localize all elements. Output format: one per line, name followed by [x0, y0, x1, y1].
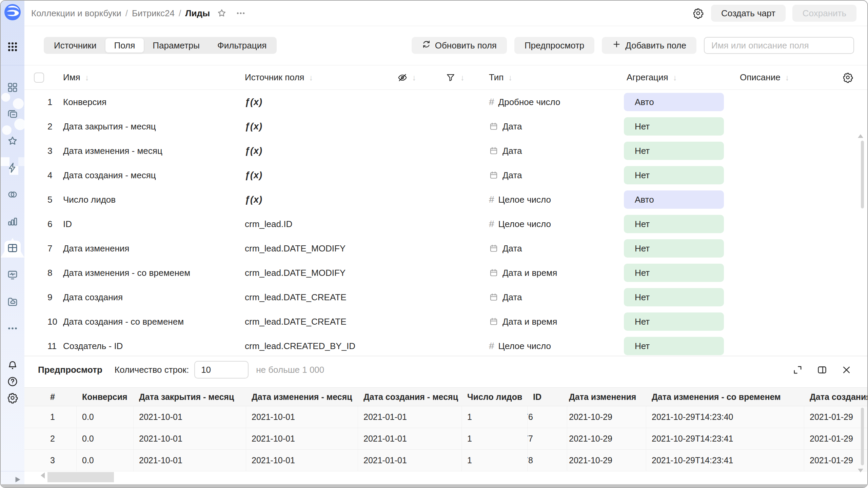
preview-toggle-button[interactable]: Предпросмотр	[514, 37, 594, 54]
preview-vertical-scrollbar[interactable]	[861, 408, 864, 465]
sidebar-item-connections[interactable]	[4, 160, 21, 177]
field-row[interactable]: 1 Конверсия Дробное число	[24, 90, 867, 114]
help-button[interactable]	[4, 375, 21, 390]
sidebar-item-more[interactable]	[4, 321, 21, 337]
row-number: 7	[46, 243, 63, 254]
tab-filtering[interactable]: Фильтрация	[209, 38, 275, 53]
preview-cell: 2021-01-01	[358, 428, 462, 449]
create-chart-button[interactable]: Создать чарт	[711, 5, 786, 22]
field-row[interactable]: 2 Дата закрытия - месяц Дата	[24, 114, 867, 139]
aggregation-select[interactable]: Нет	[624, 142, 724, 160]
aggregation-select[interactable]: Нет	[624, 337, 724, 355]
close-preview-button[interactable]	[840, 364, 852, 376]
column-header-description[interactable]: Описание↓	[726, 72, 828, 83]
tab-fields[interactable]: Поля	[105, 38, 144, 53]
column-header-name[interactable]: Имя↓	[63, 72, 238, 83]
select-all-checkbox[interactable]	[34, 73, 44, 83]
preview-cell: 2021-01-29	[804, 428, 867, 449]
field-source: crm_lead.DATE_MODIFY	[238, 243, 391, 254]
scroll-left-arrow[interactable]	[41, 472, 45, 479]
table-settings-button[interactable]	[828, 72, 867, 83]
sidebar	[1, 1, 24, 487]
sidebar-item-collections[interactable]	[4, 80, 21, 96]
save-button[interactable]: Сохранить	[792, 5, 856, 22]
plus-icon	[612, 40, 621, 51]
row-count-input[interactable]	[194, 361, 249, 379]
aggregation-select[interactable]: Нет	[624, 312, 724, 331]
sidebar-item-datasets[interactable]	[4, 241, 21, 257]
sidebar-collapse-button[interactable]	[13, 475, 22, 484]
preview-row: 2 0.0 2021-10-01 2021-10-01 2021-01-01 1…	[24, 428, 867, 450]
column-header-aggregation[interactable]: Агрегация↓	[621, 72, 726, 83]
preview-cell: 1	[462, 428, 528, 449]
preview-column-header: ID	[528, 392, 564, 402]
datalens-logo[interactable]	[4, 4, 21, 20]
field-name: Дата создания - со временем	[63, 317, 238, 327]
lightning-icon	[7, 162, 18, 175]
column-header-hidden[interactable]: ↓	[391, 73, 423, 83]
field-row[interactable]: 3 Дата изменения - месяц Дата	[24, 139, 867, 163]
aggregation-select[interactable]: Нет	[624, 288, 724, 306]
field-row[interactable]: 11 Создатель - ID crm_lead.CREATED_BY_ID…	[24, 334, 867, 356]
sidebar-item-storage[interactable]	[4, 294, 21, 310]
field-row[interactable]: 7 Дата изменения crm_lead.DATE_MODIFY Да…	[24, 236, 867, 261]
aggregation-select[interactable]: Нет	[624, 166, 724, 184]
field-search-input[interactable]	[704, 37, 854, 54]
aggregation-select[interactable]: Нет	[624, 239, 724, 258]
sidebar-item-dashboards[interactable]	[4, 267, 21, 284]
field-row[interactable]: 10 Дата создания - со временем crm_lead.…	[24, 309, 867, 334]
aggregation-select[interactable]: Авто	[624, 93, 724, 111]
field-row[interactable]: 5 Число лидов Целое число	[24, 187, 867, 212]
row-number: 5	[46, 195, 63, 205]
preview-title: Предпросмотр	[38, 365, 102, 375]
add-field-button[interactable]: Добавить поле	[602, 37, 696, 54]
aggregation-select[interactable]: Нет	[624, 264, 724, 282]
sidebar-item-charts[interactable]	[4, 214, 21, 230]
breadcrumb-workbook[interactable]: Битрикс24	[132, 8, 175, 19]
more-actions-icon[interactable]	[236, 8, 246, 18]
aggregation-select[interactable]: Авто	[624, 190, 724, 209]
preview-cell: 2021-01-01	[358, 406, 462, 428]
date-type-icon	[489, 268, 498, 278]
preview-column-header: Число лидов	[462, 392, 528, 402]
sidebar-item-favorites[interactable]	[4, 134, 21, 150]
breadcrumb-collections[interactable]: Коллекции и воркбуки	[31, 8, 121, 19]
field-row[interactable]: 8 Дата изменения - со временем crm_lead.…	[24, 261, 867, 285]
scroll-up-arrow[interactable]	[858, 134, 863, 138]
scroll-down-arrow[interactable]	[858, 469, 863, 472]
row-number: 6	[46, 219, 63, 229]
tab-sources[interactable]: Источники	[45, 38, 105, 53]
field-type: Целое число	[487, 194, 621, 205]
expand-preview-button[interactable]	[791, 364, 804, 376]
field-source	[238, 97, 391, 107]
column-header-filter[interactable]: ↓	[423, 73, 487, 83]
toolbar-actions: Обновить поля Предпросмотр Добавить поле	[412, 37, 854, 54]
settings-button[interactable]	[4, 391, 21, 406]
aggregation-select[interactable]: Нет	[624, 117, 724, 136]
star-icon	[7, 135, 18, 148]
fields-table: Имя↓ Источник поля↓ ↓ ↓ Тип↓ Агрегация↓ …	[24, 65, 867, 356]
favorite-star-icon[interactable]	[217, 8, 227, 18]
sidebar-item-relations[interactable]	[4, 187, 21, 203]
preview-table-header: #КонверсияДата закрытия - месяцДата изме…	[24, 387, 867, 406]
field-name: Дата создания	[63, 292, 238, 303]
preview-horizontal-scrollbar[interactable]	[47, 472, 114, 482]
refresh-fields-button[interactable]: Обновить поля	[412, 37, 507, 54]
column-header-source[interactable]: Источник поля↓	[238, 72, 391, 83]
number-type-icon	[489, 97, 494, 107]
row-number: 11	[46, 341, 63, 351]
aggregation-select[interactable]: Нет	[624, 215, 724, 233]
field-row[interactable]: 4 Дата создания - месяц Дата	[24, 163, 867, 187]
tab-parameters[interactable]: Параметры	[144, 38, 209, 53]
sidebar-item-workbooks[interactable]	[4, 107, 21, 123]
field-row[interactable]: 9 Дата создания crm_lead.DATE_CREATE Дат…	[24, 285, 867, 309]
fields-vertical-scrollbar[interactable]	[861, 141, 864, 208]
column-header-type[interactable]: Тип↓	[487, 72, 621, 83]
table-grid-icon	[7, 242, 18, 255]
field-type: Целое число	[487, 341, 621, 351]
dataset-settings-button[interactable]	[692, 7, 704, 19]
apps-grid-icon[interactable]	[7, 41, 18, 53]
field-row[interactable]: 6 ID crm_lead.ID Целое число	[24, 212, 867, 236]
notifications-button[interactable]	[4, 359, 21, 373]
split-view-button[interactable]	[816, 364, 828, 376]
